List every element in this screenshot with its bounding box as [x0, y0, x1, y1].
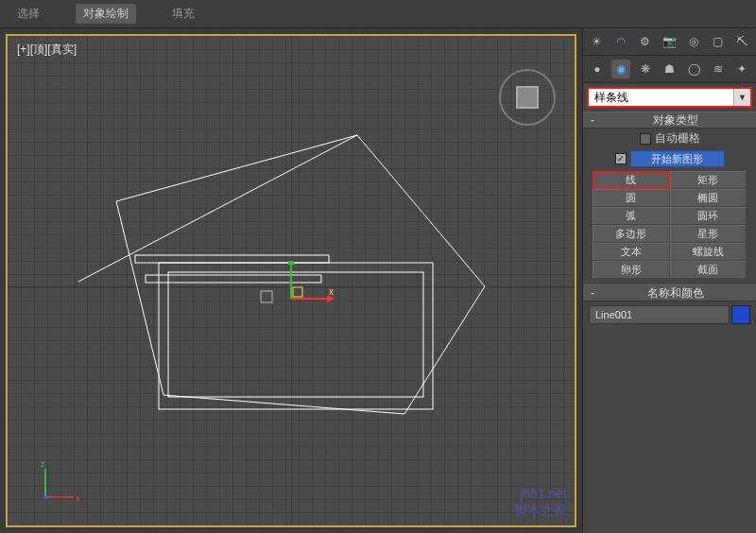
btn-line[interactable]: 线 — [593, 171, 670, 189]
wave-icon[interactable]: ≋ — [709, 60, 728, 78]
ring-icon[interactable]: ◯ — [684, 60, 703, 78]
rollout-minus-icon: - — [587, 286, 598, 300]
btn-circle[interactable]: 圆 — [593, 189, 670, 207]
deform-icon[interactable]: ☗ — [660, 60, 679, 78]
btn-star[interactable]: 星形 — [670, 225, 747, 243]
start-new-shape-button[interactable]: 开始新图形 — [630, 150, 725, 167]
start-new-shape-checkbox[interactable]: ✓ — [615, 153, 627, 164]
panel-tabs: ☀ ◠ ⚙ 📷 ◎ ▢ ⛏ — [583, 28, 756, 56]
btn-donut[interactable]: 圆环 — [670, 207, 747, 225]
svg-text:x: x — [329, 286, 334, 297]
svg-marker-10 — [287, 261, 295, 265]
watermark-url: jb51.net — [514, 485, 567, 502]
auto-grid-checkbox[interactable] — [640, 133, 651, 145]
watermark-text: 脚本之家 — [514, 502, 567, 519]
rollout-title: 对象类型 — [598, 112, 752, 129]
camera-icon[interactable]: 📷 — [660, 32, 679, 51]
star-icon[interactable]: ✦ — [732, 60, 751, 78]
svg-text:z: z — [41, 459, 45, 469]
auto-grid-label: 自动栅格 — [655, 130, 700, 146]
object-color-swatch[interactable] — [731, 305, 750, 324]
object-name-input[interactable]: Line001 — [589, 305, 730, 324]
top-menu: 选择 对象绘制 填充 — [0, 0, 756, 28]
viewcube[interactable] — [499, 69, 556, 126]
rollout-object-type[interactable]: - 对象类型 — [583, 112, 756, 129]
sun-icon[interactable]: ☀ — [588, 32, 607, 51]
command-panel: ☀ ◠ ⚙ 📷 ◎ ▢ ⛏ ● ◉ ❋ ☗ ◯ ≋ ✦ 样条线 ▼ — [582, 28, 756, 533]
object-type-grid: 线 矩形 圆 椭圆 弧 圆环 多边形 星形 文本 螺旋线 卵形 截面 — [593, 171, 747, 279]
btn-helix[interactable]: 螺旋线 — [670, 243, 747, 261]
btn-ngon[interactable]: 多边形 — [593, 225, 670, 243]
btn-arc[interactable]: 弧 — [593, 207, 670, 225]
svg-rect-11 — [293, 287, 302, 297]
target-icon[interactable]: ◎ — [684, 32, 703, 51]
transform-gizmo[interactable]: x — [280, 261, 336, 318]
pick-icon[interactable]: ⛏ — [732, 32, 751, 51]
arc-icon[interactable]: ◠ — [611, 32, 630, 51]
light-icon[interactable]: ⚙ — [636, 32, 655, 51]
sphere-icon[interactable]: ● — [588, 60, 607, 78]
viewcube-face[interactable] — [516, 86, 539, 109]
svg-point-15 — [43, 495, 47, 499]
chevron-down-icon: ▼ — [733, 89, 750, 106]
svg-text:x: x — [76, 493, 80, 503]
menu-select[interactable]: 选择 — [9, 6, 47, 22]
watermark: jb51.net 脚本之家 — [514, 485, 567, 519]
category-dropdown[interactable]: 样条线 ▼ — [587, 87, 752, 108]
rollout-name-color[interactable]: - 名称和颜色 — [583, 284, 756, 301]
rollout-title-name: 名称和颜色 — [598, 285, 752, 301]
rollout-minus-icon: - — [587, 113, 598, 127]
btn-ellipse[interactable]: 椭圆 — [670, 189, 747, 207]
viewport-top[interactable]: [+][顶][真实] — [6, 34, 576, 527]
btn-section[interactable]: 截面 — [670, 261, 747, 279]
axis-tripod: x z — [36, 459, 83, 507]
menu-fill[interactable]: 填充 — [164, 6, 202, 22]
viewport-area: [+][顶][真实] — [0, 28, 582, 533]
dropdown-value: 样条线 — [589, 90, 733, 106]
btn-rectangle[interactable]: 矩形 — [670, 171, 747, 189]
shapes-icon[interactable]: ◉ — [611, 60, 630, 78]
svg-rect-6 — [261, 291, 272, 302]
spray-icon[interactable]: ❋ — [636, 60, 655, 78]
screen-icon[interactable]: ▢ — [709, 32, 728, 51]
btn-text[interactable]: 文本 — [593, 243, 670, 261]
menu-object-paint[interactable]: 对象绘制 — [76, 4, 136, 24]
category-tabs: ● ◉ ❋ ☗ ◯ ≋ ✦ — [583, 56, 756, 83]
svg-line-5 — [78, 135, 357, 282]
btn-egg[interactable]: 卵形 — [593, 261, 670, 279]
